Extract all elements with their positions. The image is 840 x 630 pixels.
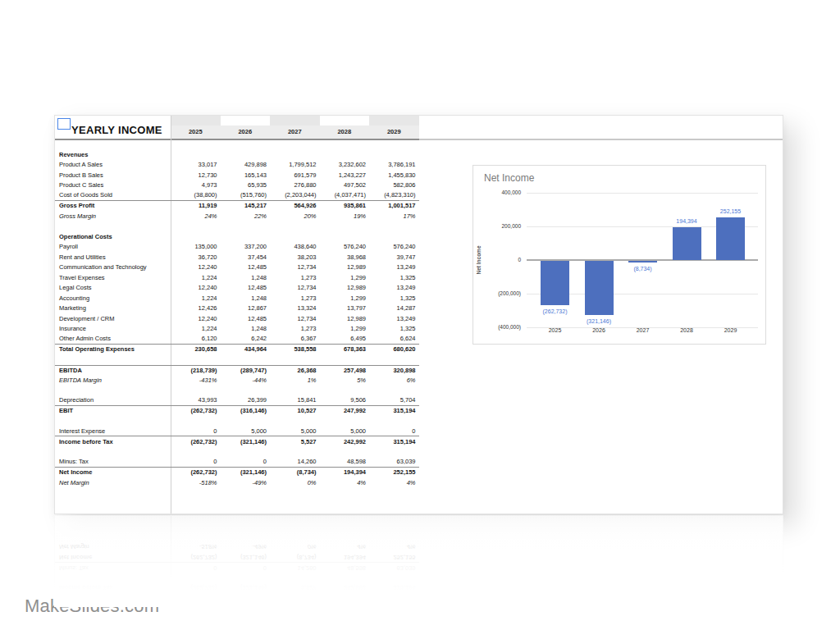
row-label: Accounting — [55, 294, 171, 302]
table-row: Revenues — [55, 149, 419, 160]
row-value: 13,249 — [369, 315, 419, 322]
row-value: (38,800) — [171, 191, 221, 199]
row-value: 0% — [270, 479, 320, 486]
row-value: -44% — [221, 377, 271, 384]
table-row: Interest Expense05,0005,0005,0000 — [55, 427, 419, 437]
row-value: 12,989 — [320, 284, 370, 291]
row-value: (262,732) — [171, 407, 221, 414]
row-value: 5% — [320, 377, 370, 384]
table-row: Gross Profit11,919145,217564,926935,8611… — [55, 201, 419, 212]
row-value: 37,454 — [221, 253, 271, 261]
year-header-cell: 2026 — [221, 126, 271, 139]
row-value: 43,993 — [171, 396, 221, 404]
row-value: 3,786,191 — [369, 161, 419, 168]
row-value: 13,249 — [369, 263, 419, 271]
table-row — [55, 221, 419, 232]
row-value: 438,640 — [270, 243, 320, 250]
row-value: 9,506 — [320, 396, 370, 404]
net-income-chart: Net Income Net Income 400,000200,0000(20… — [472, 165, 766, 345]
row-value: 1,299 — [320, 294, 370, 302]
table-row — [55, 386, 419, 396]
row-value: 5,527 — [270, 438, 320, 445]
row-value: 257,498 — [320, 367, 370, 374]
x-tick-label: 2025 — [531, 327, 580, 333]
row-value: 26,399 — [221, 396, 271, 404]
table-row: Operational Costs — [55, 231, 419, 242]
row-value: 33,017 — [171, 161, 221, 168]
row-value: 5,000 — [221, 427, 271, 435]
y-tick-label: 400,000 — [473, 189, 521, 195]
row-value: 691,579 — [270, 171, 320, 179]
row-value: 20% — [270, 212, 320, 220]
bar-data-label: (8,734) — [614, 266, 672, 272]
row-value: 564,926 — [270, 202, 320, 209]
row-label: Income before Tax — [55, 438, 171, 445]
row-value: (316,146) — [221, 407, 271, 414]
year-header-cell: 2025 — [171, 126, 221, 139]
row-value: 12,426 — [171, 304, 221, 312]
row-label: EBITDA — [55, 367, 171, 374]
row-value: 3,232,602 — [320, 161, 370, 168]
row-value: 6% — [369, 377, 419, 384]
table-row: EBITDA(218,739)(289,747)26,368257,498320… — [55, 365, 419, 376]
row-value: 14,287 — [369, 304, 419, 312]
y-tick-label: 200,000 — [473, 223, 521, 229]
table-row: Cost of Goods Sold(38,800)(515,760)(2,20… — [55, 190, 419, 201]
row-value: 5,000 — [320, 427, 370, 435]
header-strip — [369, 116, 419, 126]
row-value: (289,747) — [221, 367, 271, 374]
row-value: 14,260 — [270, 458, 320, 465]
x-tick-label: 2026 — [574, 327, 623, 333]
slide-reflection: YEARLY INCOME 20252026202720282029 Reven… — [54, 515, 783, 607]
table-row — [55, 354, 419, 365]
header-strip — [171, 116, 221, 126]
row-value: 576,240 — [369, 243, 419, 250]
header-strip — [270, 116, 320, 126]
row-value: 0 — [171, 427, 221, 435]
row-value: 1,248 — [221, 325, 271, 332]
selection-handle[interactable] — [57, 118, 71, 130]
row-value: 12,240 — [171, 315, 221, 322]
brand-watermark: MakeSlides.com — [25, 596, 159, 617]
row-value: 4% — [369, 479, 419, 486]
row-value: 6,495 — [320, 335, 370, 342]
row-value: 194,394 — [320, 468, 370, 476]
row-value: 678,363 — [320, 345, 370, 353]
y-tick-label: (400,000) — [473, 324, 521, 330]
bar-data-label: (262,732) — [527, 308, 584, 314]
row-value: 429,898 — [221, 161, 271, 168]
row-value: 65,935 — [221, 181, 271, 189]
row-value: 497,502 — [320, 181, 370, 189]
row-value: 12,730 — [171, 171, 221, 179]
row-value: 13,249 — [369, 284, 419, 291]
row-value: 12,485 — [221, 315, 271, 322]
table-row: Income before Tax(262,732)(321,146)5,527… — [55, 436, 419, 447]
row-value: 0 — [171, 458, 221, 465]
row-label: Insurance — [55, 325, 171, 332]
row-label: Gross Margin — [55, 212, 171, 220]
row-value: 6,367 — [270, 335, 320, 342]
row-label: Product B Sales — [55, 171, 171, 179]
bar-data-label: 252,155 — [702, 208, 760, 214]
header-rule — [419, 139, 783, 140]
row-label: Travel Expenses — [55, 274, 171, 281]
row-value: -518% — [171, 479, 221, 486]
slide-title: YEARLY INCOME — [71, 124, 162, 136]
row-value: 63,039 — [369, 458, 419, 465]
row-value: 24% — [171, 212, 221, 220]
row-value: 13,797 — [320, 304, 370, 312]
row-value: 1,799,512 — [270, 161, 320, 168]
row-label: Interest Expense — [55, 427, 171, 435]
row-value: 22% — [221, 212, 271, 220]
gridline — [527, 193, 758, 194]
row-value: 680,620 — [369, 345, 419, 353]
x-tick-label: 2029 — [706, 327, 756, 333]
row-value: 135,000 — [171, 243, 221, 250]
chart-bar — [585, 261, 614, 315]
row-value: 1,273 — [270, 274, 320, 281]
row-value: 1,325 — [369, 294, 419, 302]
slide[interactable]: YEARLY INCOME 20252026202720282029 Reven… — [54, 115, 783, 514]
table-row: Depreciation43,99326,39915,8419,5065,704 — [55, 395, 419, 406]
chart-title: Net Income — [484, 172, 534, 184]
chart-bar — [716, 217, 745, 260]
